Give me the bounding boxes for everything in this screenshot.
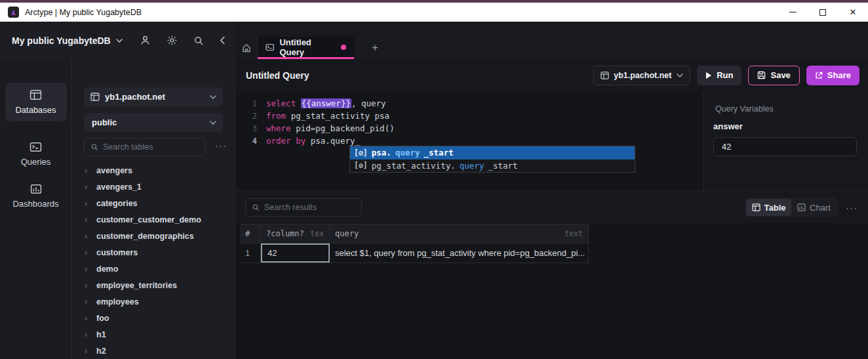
- play-icon: [705, 72, 712, 79]
- chevron-right-icon: ›: [85, 329, 96, 339]
- tab-label: Untitled Query: [279, 37, 336, 57]
- column-type: text: [559, 229, 583, 238]
- results-table-header: #?column?texquerytext: [240, 224, 589, 243]
- view-table-button[interactable]: Table: [746, 199, 791, 216]
- line-number: 2: [236, 112, 257, 121]
- table-list-item[interactable]: ›customer_customer_demo: [73, 211, 236, 228]
- table-name: customers: [96, 248, 138, 257]
- table-list-item[interactable]: ›employee_territories: [73, 277, 236, 293]
- autocomplete-item[interactable]: [⊘]pg_stat_activity.query_start: [350, 159, 635, 173]
- tables-more-button[interactable]: ···: [215, 140, 227, 151]
- column-name: query: [335, 229, 359, 238]
- database-icon: [601, 72, 609, 79]
- queries-icon: [30, 142, 42, 152]
- search-icon: [90, 143, 98, 151]
- line-number: 3: [236, 124, 257, 133]
- table-list-item[interactable]: ›h1: [73, 326, 236, 343]
- schema-selector[interactable]: public: [84, 113, 223, 132]
- variable-value-input[interactable]: [713, 137, 857, 156]
- tab-strip: Untitled Query +: [236, 22, 868, 59]
- results-more-button[interactable]: ···: [846, 202, 858, 213]
- minimize-button[interactable]: [778, 3, 808, 22]
- app-window: My public YugabyteDB Databases Quer: [0, 22, 868, 359]
- table-row: 142select $1, query from pg_stat_activit…: [240, 243, 589, 263]
- row-index-cell[interactable]: 1: [240, 243, 261, 263]
- column-name: ?column?: [266, 229, 304, 238]
- column-header[interactable]: #: [240, 224, 261, 243]
- code-line[interactable]: 2from pg_stat_activity psa: [236, 110, 703, 122]
- table-list-item[interactable]: ›h2: [73, 343, 236, 359]
- chevron-right-icon: ›: [85, 313, 96, 323]
- sidebar-item-label: Queries: [21, 157, 51, 167]
- autocomplete-item[interactable]: [⊘]psa.query_start: [350, 146, 635, 159]
- run-button[interactable]: Run: [697, 66, 741, 85]
- column-header[interactable]: querytext: [330, 224, 589, 243]
- save-button[interactable]: Save: [748, 66, 799, 85]
- tab-untitled-query[interactable]: Untitled Query: [258, 37, 354, 59]
- window-controls: ✕: [778, 3, 868, 22]
- table-list-item[interactable]: ›foo: [73, 310, 236, 326]
- table-name: employee_territories: [96, 281, 177, 290]
- user-icon[interactable]: [140, 35, 151, 46]
- line-number: 1: [236, 99, 257, 108]
- table-name: avengers: [96, 166, 132, 175]
- chevron-right-icon: ›: [85, 280, 96, 290]
- table-list-item[interactable]: ›avengers: [73, 162, 236, 179]
- schema-label: public: [92, 117, 117, 127]
- result-cell[interactable]: select $1, query from pg_stat_activity w…: [330, 243, 589, 263]
- view-chart-button[interactable]: Chart: [791, 199, 837, 216]
- settings-gear-icon[interactable]: [167, 35, 178, 46]
- table-view-icon: [752, 203, 760, 211]
- query-connection-selector[interactable]: yb1.pachot.net: [593, 66, 690, 85]
- table-name: categories: [96, 199, 138, 208]
- table-list-item[interactable]: ›customers: [73, 244, 236, 261]
- tables-panel: yb1.pachot.net public ··· ›avengers›aven…: [73, 59, 236, 359]
- table-list-item[interactable]: ›categories: [73, 195, 236, 211]
- code-text: where pid=pg_backend_pid(): [266, 123, 395, 133]
- sidebar-item-label: Dashboards: [12, 199, 58, 209]
- chevron-down-icon: [210, 121, 216, 125]
- query-variables-panel: Query Variables answer: [703, 91, 868, 190]
- search-icon[interactable]: [193, 35, 204, 46]
- column-header[interactable]: ?column?tex: [261, 224, 330, 243]
- suggestion-text: query: [460, 161, 484, 171]
- sidebar-item-databases[interactable]: Databases: [5, 83, 67, 121]
- tables-search-input[interactable]: [103, 142, 195, 152]
- table-name: avengers_1: [96, 182, 142, 192]
- minimize-icon: [789, 12, 797, 12]
- line-number: 4: [236, 137, 257, 146]
- suggestion-text: pg_stat_activity.: [372, 161, 456, 171]
- table-name: h1: [96, 330, 106, 339]
- code-line[interactable]: 1select {{answer}}, query: [236, 97, 703, 110]
- query-title: Untitled Query: [246, 70, 309, 81]
- nav-rail: Databases Queries Dashboards: [0, 59, 72, 359]
- table-name: h2: [96, 347, 106, 356]
- close-button[interactable]: ✕: [838, 3, 868, 22]
- sidebar-item-queries[interactable]: Queries: [5, 136, 67, 173]
- result-cell[interactable]: 42: [261, 243, 330, 263]
- chevron-right-icon: ›: [85, 165, 96, 175]
- tab-home[interactable]: [236, 37, 258, 59]
- code-line[interactable]: 3where pid=pg_backend_pid(): [236, 122, 703, 135]
- column-icon: [⊘]: [354, 161, 368, 170]
- sidebar-item-label: Databases: [15, 105, 56, 115]
- suggestion-text: _start: [424, 148, 454, 158]
- table-list-item[interactable]: ›customer_demographics: [73, 228, 236, 244]
- results-search[interactable]: [245, 198, 362, 217]
- table-list-item[interactable]: ›employees: [73, 293, 236, 310]
- sidebar-item-dashboards[interactable]: Dashboards: [5, 178, 67, 215]
- workspace-selector[interactable]: My public YugabyteDB: [12, 35, 123, 46]
- sql-editor[interactable]: 1select {{answer}}, query2from pg_stat_a…: [236, 91, 703, 190]
- table-list-item[interactable]: ›demo: [73, 261, 236, 277]
- new-tab-button[interactable]: +: [362, 37, 388, 59]
- tables-search[interactable]: [84, 138, 206, 156]
- results-search-input[interactable]: [264, 203, 349, 212]
- share-button[interactable]: Share: [806, 66, 859, 85]
- titlebar: Arctype | My public YugabyteDB ✕: [0, 3, 868, 22]
- collapse-sidebar-icon[interactable]: [220, 36, 226, 45]
- results-table-body: 142select $1, query from pg_stat_activit…: [240, 243, 589, 263]
- table-list-item[interactable]: ›avengers_1: [73, 179, 236, 195]
- query-connection-label: yb1.pachot.net: [614, 71, 671, 80]
- maximize-button[interactable]: [808, 3, 838, 22]
- connection-selector[interactable]: yb1.pachot.net: [84, 87, 223, 106]
